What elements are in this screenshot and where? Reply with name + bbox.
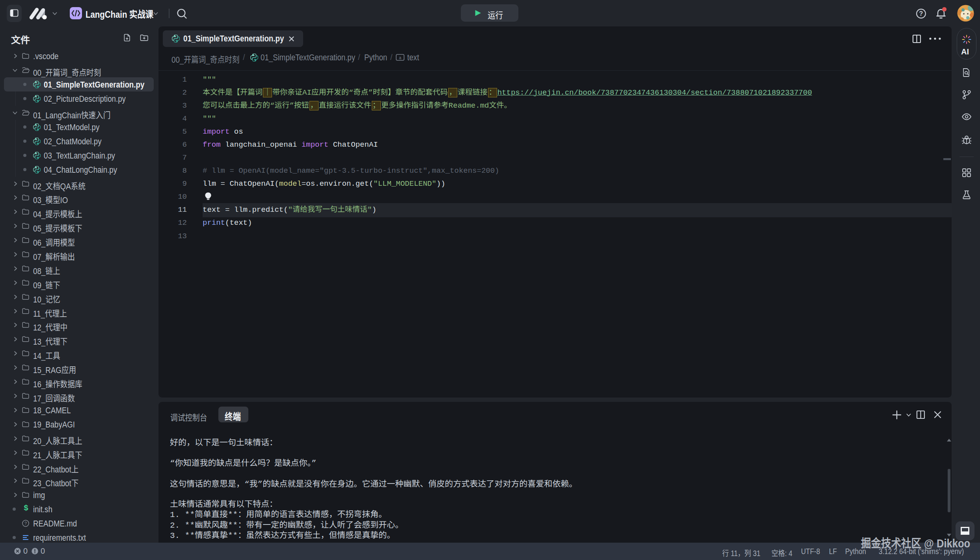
svg-text:a: a: [399, 56, 401, 60]
svg-text:?: ?: [919, 10, 923, 17]
svg-text:?: ?: [24, 521, 27, 526]
